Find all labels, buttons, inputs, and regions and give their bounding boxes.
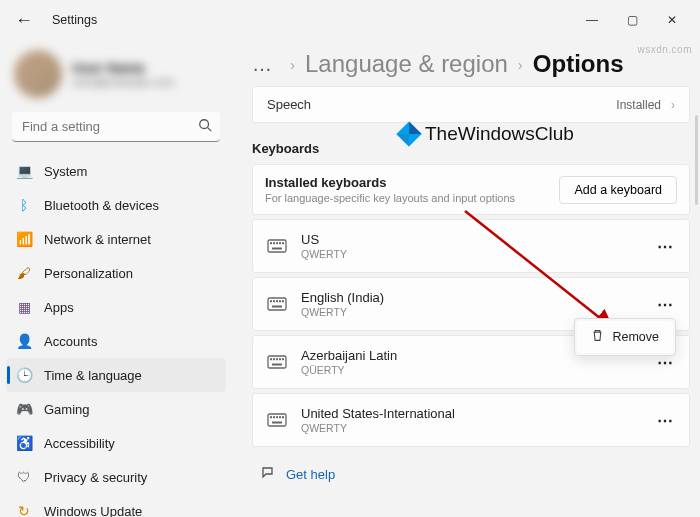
svg-rect-17	[270, 358, 272, 360]
installed-keyboards-subtitle: For language-specific key layouts and in…	[265, 192, 515, 204]
svg-rect-12	[276, 300, 278, 302]
keyboard-more-button[interactable]: ⋯	[657, 237, 675, 256]
add-keyboard-button[interactable]: Add a keyboard	[559, 176, 677, 204]
keyboard-icon	[267, 238, 287, 254]
profile-block[interactable]: User Name user@example.com	[6, 40, 226, 108]
nav-label: Privacy & security	[44, 470, 147, 485]
svg-rect-10	[270, 300, 272, 302]
trash-icon	[591, 329, 604, 345]
svg-rect-18	[273, 358, 275, 360]
keyboard-row: USQWERTY⋯	[252, 219, 690, 273]
keyboard-layout: QWERTY	[301, 306, 384, 318]
svg-rect-11	[273, 300, 275, 302]
svg-rect-15	[272, 306, 282, 308]
keyboard-name: English (India)	[301, 290, 384, 305]
svg-rect-27	[279, 416, 281, 418]
svg-rect-26	[276, 416, 278, 418]
installed-keyboards-title: Installed keyboards	[265, 175, 515, 190]
svg-rect-4	[273, 242, 275, 244]
svg-rect-2	[268, 240, 286, 252]
keyboard-more-button[interactable]: ⋯	[657, 411, 675, 430]
nav-icon: 💻	[16, 163, 32, 179]
nav-label: Network & internet	[44, 232, 151, 247]
search-input[interactable]	[12, 112, 220, 142]
keyboard-name: United States-International	[301, 406, 455, 421]
svg-rect-7	[282, 242, 284, 244]
keyboard-name: Azerbaijani Latin	[301, 348, 397, 363]
chevron-right-icon: ›	[290, 56, 295, 73]
sidebar-item-apps[interactable]: ▦Apps	[6, 290, 226, 324]
back-button[interactable]: ←	[8, 4, 40, 36]
nav-label: System	[44, 164, 87, 179]
svg-rect-6	[279, 242, 281, 244]
nav-label: Accounts	[44, 334, 97, 349]
nav-label: Bluetooth & devices	[44, 198, 159, 213]
svg-rect-19	[276, 358, 278, 360]
svg-point-0	[200, 120, 209, 129]
nav-label: Windows Update	[44, 504, 142, 518]
get-help-link[interactable]: Get help	[286, 467, 335, 482]
sidebar-item-privacy-security[interactable]: 🛡Privacy & security	[6, 460, 226, 494]
source-watermark: wsxdn.com	[637, 44, 692, 55]
breadcrumb-parent[interactable]: Language & region	[305, 50, 508, 78]
keyboards-section-title: Keyboards	[252, 141, 690, 156]
title-bar: ← Settings — ▢ ✕	[0, 0, 700, 40]
sidebar-item-network-internet[interactable]: 📶Network & internet	[6, 222, 226, 256]
keyboard-layout: QÜERTY	[301, 364, 397, 376]
window-title: Settings	[52, 13, 97, 27]
nav-icon: ▦	[16, 299, 32, 315]
sidebar-item-gaming[interactable]: 🎮Gaming	[6, 392, 226, 426]
sidebar-item-system[interactable]: 💻System	[6, 154, 226, 188]
keyboard-layout: QWERTY	[301, 248, 347, 260]
nav-icon: 🛡	[16, 469, 32, 485]
svg-rect-3	[270, 242, 272, 244]
remove-menu-item[interactable]: Remove	[577, 321, 673, 353]
sidebar-item-time-language[interactable]: 🕒Time & language	[6, 358, 226, 392]
sidebar-item-bluetooth-devices[interactable]: ᛒBluetooth & devices	[6, 188, 226, 222]
close-button[interactable]: ✕	[652, 4, 692, 36]
nav-label: Apps	[44, 300, 74, 315]
sidebar-item-personalization[interactable]: 🖌Personalization	[6, 256, 226, 290]
keyboard-layout: QWERTY	[301, 422, 455, 434]
nav-icon: 🕒	[16, 367, 32, 383]
nav-label: Personalization	[44, 266, 133, 281]
speech-option-row[interactable]: Speech Installed ›	[252, 86, 690, 123]
keyboard-context-menu: Remove	[574, 318, 676, 356]
search-box	[12, 112, 220, 142]
svg-rect-5	[276, 242, 278, 244]
nav-icon: 🖌	[16, 265, 32, 281]
svg-rect-24	[270, 416, 272, 418]
remove-label: Remove	[612, 330, 659, 344]
nav-icon: ♿	[16, 435, 32, 451]
svg-rect-28	[282, 416, 284, 418]
keyboard-more-button[interactable]: ⋯	[657, 295, 675, 314]
chevron-right-icon: ›	[518, 56, 523, 73]
profile-email: user@example.com	[72, 76, 174, 88]
nav-icon: 📶	[16, 231, 32, 247]
get-help-row: Get help	[260, 465, 690, 484]
scrollbar-thumb[interactable]	[695, 115, 698, 205]
svg-rect-13	[279, 300, 281, 302]
search-icon	[198, 118, 212, 135]
keyboard-name: US	[301, 232, 347, 247]
nav-label: Gaming	[44, 402, 90, 417]
profile-name: User Name	[72, 60, 174, 76]
help-icon	[260, 465, 276, 484]
minimize-button[interactable]: —	[572, 4, 612, 36]
keyboard-icon	[267, 354, 287, 370]
keyboard-row: United States-InternationalQWERTY⋯	[252, 393, 690, 447]
maximize-button[interactable]: ▢	[612, 4, 652, 36]
sidebar-item-accessibility[interactable]: ♿Accessibility	[6, 426, 226, 460]
avatar	[14, 50, 62, 98]
sidebar-item-windows-update[interactable]: ↻Windows Update	[6, 494, 226, 517]
breadcrumb-overflow-button[interactable]: …	[252, 53, 274, 76]
breadcrumb: … › Language & region › Options	[252, 50, 690, 78]
window-controls: — ▢ ✕	[572, 4, 692, 36]
chevron-right-icon: ›	[671, 98, 675, 112]
svg-rect-14	[282, 300, 284, 302]
nav-icon: ↻	[16, 503, 32, 517]
svg-rect-22	[272, 364, 282, 366]
speech-state: Installed ›	[616, 98, 675, 112]
main-content: … › Language & region › Options Speech I…	[232, 40, 700, 517]
sidebar-item-accounts[interactable]: 👤Accounts	[6, 324, 226, 358]
